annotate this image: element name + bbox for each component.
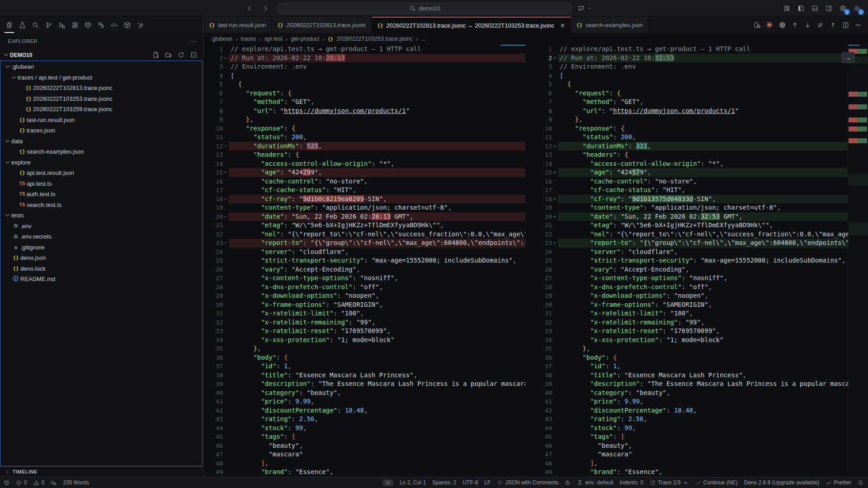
tree-item-.glubean[interactable]: .glubean xyxy=(0,61,202,72)
swap-icon[interactable] xyxy=(815,20,826,30)
code-line[interactable]: 41 "price": 9.99, xyxy=(203,397,525,406)
status-item-235-words[interactable]: 235 Words xyxy=(63,479,89,486)
code-line[interactable]: 14 "access-control-allow-origin": "*", xyxy=(537,160,848,169)
tree-item-deno.json[interactable]: {}deno.json xyxy=(0,253,202,263)
code-line[interactable]: 40 "category": "beauty", xyxy=(537,389,848,398)
revert-change-button[interactable]: → xyxy=(841,52,855,63)
breadcrumb-item[interactable]: traces xyxy=(241,36,256,42)
tree-item-20260222t103259.trace.jsonc[interactable]: {}20260222T103259.trace.jsonc xyxy=(0,104,202,115)
tree-item-explore[interactable]: explore xyxy=(0,157,202,168)
command-center-search[interactable]: demo10 xyxy=(278,3,571,14)
code-line[interactable]: 6 "request": { xyxy=(537,89,848,98)
code-line[interactable]: 22 "nel": "{\"report_to\":\"cf-nel\",\"s… xyxy=(537,230,848,239)
status-item-0[interactable]: 0 xyxy=(33,479,45,486)
code-line[interactable]: 42 "discountPercentage": 10.48, xyxy=(537,406,848,415)
code-line[interactable]: 29 "x-download-options": "noopen", xyxy=(203,291,525,300)
code-line[interactable]: 20− "date": "Sun, 22 Feb 2026 02:28:13 G… xyxy=(203,212,525,221)
status-item-lf[interactable]: LF xyxy=(484,479,491,486)
code-line[interactable]: 49 "brand": "Essence", xyxy=(537,468,848,477)
breadcrumb-item[interactable]: get-product xyxy=(291,36,319,42)
toggle-sidebar-left-icon[interactable] xyxy=(796,3,806,13)
code-line[interactable]: 7 "method": "GET", xyxy=(537,98,848,107)
status-item-continue-ne-[interactable]: Continue (NE) xyxy=(695,479,738,486)
code-line[interactable]: 37 "id": 1, xyxy=(537,362,848,371)
status-item[interactable] xyxy=(4,480,9,486)
code-line[interactable]: 39 "description": "The Essence Mascara L… xyxy=(537,380,848,389)
code-line[interactable]: 38 "title": "Essence Mascara Lash Prince… xyxy=(203,371,525,380)
code-line[interactable]: 30 "x-frame-options": "SAMEORIGIN", xyxy=(203,300,525,310)
chevron-down-icon[interactable] xyxy=(587,3,592,13)
activity-item-remote[interactable] xyxy=(81,17,94,33)
explorer-more-icon[interactable]: ··· xyxy=(189,38,197,45)
code-line[interactable]: 28 "x-dns-prefetch-control": "off", xyxy=(537,283,848,292)
code-line[interactable]: 1// explore/api.test.ts → get-product — … xyxy=(537,45,848,54)
code-line[interactable]: 32 "x-ratelimit-remaining": "99", xyxy=(203,318,525,327)
code-line[interactable]: 10 "response": { xyxy=(537,124,848,133)
code-line[interactable]: 44 "stock": 99, xyxy=(203,424,525,433)
code-line[interactable]: 2−// Run at: 2026-02-22 10:28:13 xyxy=(203,54,525,63)
chat-icon[interactable] xyxy=(576,3,586,13)
more-icon[interactable] xyxy=(853,20,863,30)
activity-item-package[interactable] xyxy=(121,17,134,33)
tree-item-search.test.ts[interactable]: TSsearch.test.ts xyxy=(0,200,202,211)
code-line[interactable]: 6 "request": { xyxy=(203,89,525,98)
code-line[interactable]: 49 "brand": "Essence", xyxy=(203,468,525,477)
status-item[interactable] xyxy=(51,480,57,486)
code-line[interactable]: 8 "url": "https://dummyjson.com/products… xyxy=(537,107,848,116)
tree-item-traces.json[interactable]: {}traces.json xyxy=(0,125,202,136)
breadcrumb-file[interactable]: 20260222T103253.trace.jsonc xyxy=(336,36,413,42)
code-line[interactable]: 27 "x-content-type-options": "nosniff", xyxy=(537,274,848,283)
code-line[interactable]: 39 "description": "The Essence Mascara L… xyxy=(203,380,525,389)
claude-icon[interactable] xyxy=(764,20,775,30)
code-line[interactable]: 3// Environment: .env xyxy=(537,62,848,71)
code-line[interactable]: 34 "x-xss-protection": "1; mode=block" xyxy=(537,336,848,345)
code-line[interactable]: 22 "nel": "{\"report_to\":\"cf-nel\",\"s… xyxy=(203,230,525,239)
toggle-panel-icon[interactable] xyxy=(810,3,820,13)
minimap[interactable] xyxy=(848,45,868,477)
code-line[interactable]: 5 { xyxy=(537,80,848,89)
code-line[interactable]: 4[ xyxy=(537,71,848,80)
tree-item-.env.secrets[interactable]: ⚙.env.secrets xyxy=(0,231,202,242)
activity-item-tools[interactable] xyxy=(134,17,147,33)
code-line[interactable]: 28 "x-dns-prefetch-control": "off", xyxy=(203,283,525,292)
activity-item-text-size[interactable]: <T> xyxy=(108,17,121,33)
refresh-icon[interactable] xyxy=(176,50,186,60)
history-back-icon[interactable] xyxy=(244,3,254,13)
code-line[interactable]: 1// explore/api.test.ts → get-product — … xyxy=(203,45,525,54)
code-line[interactable]: 23− "report-to": "{\"group\":\"cf-nel\",… xyxy=(203,239,525,248)
code-line[interactable]: 45 "tags": [ xyxy=(537,432,848,441)
tree-item-search-examples.json[interactable]: {}search-examples.json xyxy=(0,146,202,157)
code-line[interactable]: 36 "body": { xyxy=(203,353,525,362)
tree-item-deno.lock[interactable]: {}deno.lock xyxy=(0,263,202,274)
activity-item-source-control[interactable] xyxy=(42,17,55,33)
code-line[interactable]: 33 "x-ratelimit-reset": "1769570099", xyxy=(203,327,525,336)
code-line[interactable]: 13 "headers": { xyxy=(537,150,848,160)
code-line[interactable]: 46 "beauty", xyxy=(203,441,525,450)
status-item-0[interactable]: 0 xyxy=(16,479,27,486)
code-line[interactable]: 46 "beauty", xyxy=(537,441,848,450)
tree-item-last-run.result.json[interactable]: {}last-run.result.json xyxy=(0,115,202,126)
code-line[interactable]: 30 "x-frame-options": "SAMEORIGIN", xyxy=(537,300,848,310)
code-line[interactable]: 13 "headers": { xyxy=(203,150,525,160)
code-line[interactable]: 32 "x-ratelimit-remaining": "99", xyxy=(537,318,848,327)
code-line[interactable]: 29 "x-download-options": "noopen", xyxy=(537,291,848,300)
tree-item-api.test.result.json[interactable]: {}api.test.result.json xyxy=(0,168,202,178)
code-line[interactable]: 15− "age": "424299", xyxy=(203,168,525,177)
arrow-up-icon[interactable] xyxy=(789,20,800,30)
tree-item-readme.md[interactable]: ⓘREADME.md xyxy=(0,274,202,285)
tab-search-examples.json[interactable]: {}search-examples.json xyxy=(571,17,649,33)
tab-last-run.result.json[interactable]: {}last-run.result.json xyxy=(203,17,272,33)
code-line[interactable]: 14 "access-control-allow-origin": "*", xyxy=(203,160,525,169)
diff-pane-original[interactable]: 1// explore/api.test.ts → get-product — … xyxy=(203,45,525,477)
tree-item-20260222t103253.trace.jsonc[interactable]: {}20260222T103253.trace.jsonc xyxy=(0,94,202,104)
code-line[interactable]: 21 "etag": "W/\"5e6-bX+IgjHKZz+TflDmEXfy… xyxy=(203,221,525,230)
code-line[interactable]: 35 }, xyxy=(203,344,525,353)
history-forward-icon[interactable] xyxy=(260,3,270,13)
tree-item-20260222t102813.trace.jsonc[interactable]: {}20260222T102813.trace.jsonc xyxy=(0,83,202,94)
code-line[interactable]: 15+ "age": "424579", xyxy=(537,168,848,177)
tree-item-.env[interactable]: ⚙.env xyxy=(0,221,202,232)
status-item[interactable] xyxy=(565,480,571,486)
code-line[interactable]: 10 "response": { xyxy=(203,124,525,133)
collapse-all-icon[interactable] xyxy=(189,50,198,60)
code-line[interactable]: 35 }, xyxy=(537,344,848,353)
